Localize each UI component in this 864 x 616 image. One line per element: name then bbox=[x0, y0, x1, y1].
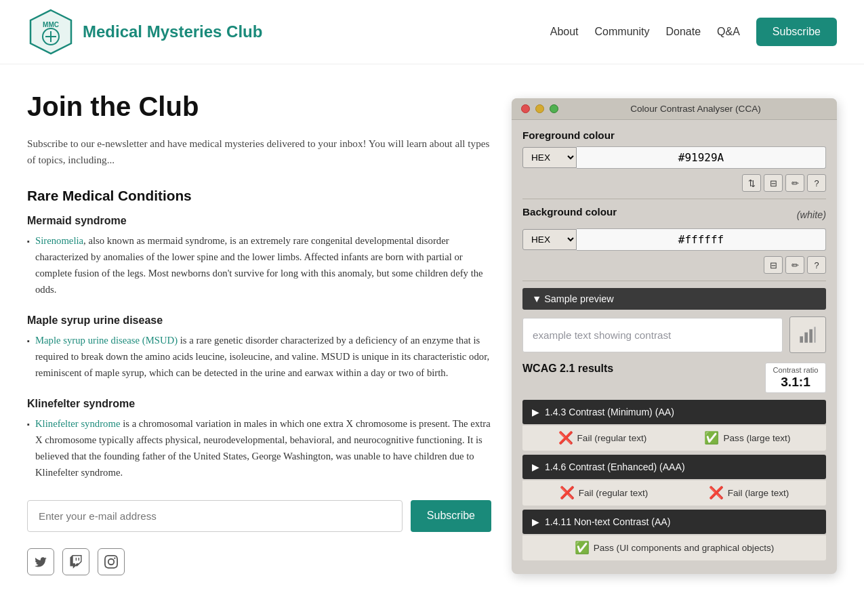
foreground-colour-row: HEX bbox=[522, 146, 826, 169]
logo-area: MMC Medical Mysteries Club bbox=[27, 8, 262, 56]
subscribe-form: Subscribe bbox=[27, 500, 491, 532]
minimize-button[interactable] bbox=[535, 104, 544, 113]
site-title: Medical Mysteries Club bbox=[83, 22, 262, 41]
background-hex-input[interactable] bbox=[577, 228, 826, 251]
link-klinefelter[interactable]: Klinefelter syndrome bbox=[35, 418, 120, 429]
cca-panel: Colour Contrast Analyser (CCA) Foregroun… bbox=[512, 98, 837, 574]
wcag-result-pass-large-1: ✅ Pass (large text) bbox=[704, 431, 790, 445]
preview-toggle[interactable]: ▼ Sample preview bbox=[522, 288, 826, 310]
condition-title-klinefelter: Klinefelter syndrome bbox=[27, 398, 491, 410]
wcag-result-text-pass-2: Pass (UI components and graphical object… bbox=[594, 543, 775, 553]
nav-community[interactable]: Community bbox=[595, 26, 650, 38]
play-icon-1: ▶ bbox=[532, 407, 539, 417]
play-icon-3: ▶ bbox=[532, 516, 539, 527]
fail-icon-3: ❌ bbox=[709, 486, 724, 500]
wcag-result-fail-regular-1: ❌ Fail (regular text) bbox=[558, 431, 647, 445]
play-icon-2: ▶ bbox=[532, 461, 539, 472]
background-label-row: Background colour (white) bbox=[522, 206, 826, 223]
help-bg-icon[interactable]: ? bbox=[807, 256, 826, 274]
section-divider-2 bbox=[522, 281, 826, 281]
condition-klinefelter: Klinefelter syndrome ▪ Klinefelter syndr… bbox=[27, 398, 491, 481]
condition-msud: Maple syrup urine disease ▪ Maple syrup … bbox=[27, 314, 491, 382]
wcag-row-label-2: 1.4.6 Contrast (Enhanced) (AAA) bbox=[545, 461, 685, 472]
eyedropper-bg-icon[interactable]: ✏ bbox=[785, 256, 804, 274]
contrast-ratio-value: 3.1:1 bbox=[773, 375, 819, 390]
foreground-tools: ⇅ ⊟ ✏ ? bbox=[522, 174, 826, 192]
header: MMC Medical Mysteries Club About Communi… bbox=[0, 0, 864, 64]
wcag-row-1-4-3[interactable]: ▶ 1.4.3 Contrast (Minimum) (AA) bbox=[522, 400, 826, 424]
help-fg-icon[interactable]: ? bbox=[807, 174, 826, 192]
condition-bullet-mermaid: ▪ Sirenomelia, also known as mermaid syn… bbox=[27, 232, 491, 298]
pass-icon-1: ✅ bbox=[704, 431, 719, 445]
wcag-result-row-2: ❌ Fail (regular text) ❌ Fail (large text… bbox=[522, 480, 826, 506]
sliders-bg-icon[interactable]: ⊟ bbox=[764, 256, 783, 274]
cca-title: Colour Contrast Analyser (CCA) bbox=[564, 104, 827, 114]
intro-text: Subscribe to our e-newsletter and have m… bbox=[27, 136, 491, 169]
close-button[interactable] bbox=[521, 104, 530, 113]
bullet-icon-3: ▪ bbox=[27, 418, 30, 430]
fail-icon-2: ❌ bbox=[560, 486, 575, 500]
wcag-result-text-fail-1: Fail (regular text) bbox=[577, 433, 647, 443]
twitch-icon[interactable] bbox=[62, 548, 89, 575]
nav: About Community Donate Q&A Subscribe bbox=[550, 18, 837, 46]
foreground-label: Foreground colour bbox=[522, 129, 826, 141]
wcag-result-fail-regular-2: ❌ Fail (regular text) bbox=[560, 486, 649, 500]
background-note: (white) bbox=[797, 209, 826, 220]
foreground-hex-input[interactable] bbox=[577, 146, 826, 169]
twitter-icon[interactable] bbox=[27, 548, 54, 575]
bullet-icon-2: ▪ bbox=[27, 335, 30, 347]
wcag-result-text-fail-3: Fail (large text) bbox=[728, 488, 789, 498]
condition-text-klinefelter: Klinefelter syndrome is a chromosomal va… bbox=[35, 415, 491, 481]
condition-title-msud: Maple syrup urine disease bbox=[27, 314, 491, 327]
wcag-result-pass-ui: ✅ Pass (UI components and graphical obje… bbox=[575, 541, 775, 555]
section-heading: Rare Medical Conditions bbox=[27, 188, 491, 204]
svg-rect-8 bbox=[814, 327, 815, 342]
nav-about[interactable]: About bbox=[550, 26, 579, 38]
background-tools: ⊟ ✏ ? bbox=[522, 256, 826, 274]
preview-text-box: example text showing contrast bbox=[522, 318, 783, 352]
form-subscribe-button[interactable]: Subscribe bbox=[411, 500, 491, 532]
wcag-result-fail-large-2: ❌ Fail (large text) bbox=[709, 486, 789, 500]
background-colour-row: HEX bbox=[522, 228, 826, 251]
logo-icon: MMC bbox=[27, 8, 75, 56]
sliders-icon[interactable]: ⊟ bbox=[764, 174, 783, 192]
foreground-format-select[interactable]: HEX bbox=[522, 147, 577, 168]
link-sirenomelia[interactable]: Sirenomelia bbox=[35, 235, 83, 246]
condition-bullet-msud: ▪ Maple syrup urine disease (MSUD) is a … bbox=[27, 332, 491, 382]
section-divider-1 bbox=[522, 199, 826, 199]
eyedropper-fg-icon[interactable]: ✏ bbox=[785, 174, 804, 192]
cca-body: Foreground colour HEX ⇅ ⊟ ✏ ? Background… bbox=[512, 120, 837, 574]
condition-bullet-klinefelter: ▪ Klinefelter syndrome is a chromosomal … bbox=[27, 415, 491, 481]
instagram-icon[interactable] bbox=[98, 548, 125, 575]
maximize-button[interactable] bbox=[550, 104, 558, 113]
page-title: Join the Club bbox=[27, 91, 491, 122]
background-label: Background colour bbox=[522, 206, 617, 218]
link-msud[interactable]: Maple syrup urine disease (MSUD) bbox=[35, 335, 178, 346]
cca-titlebar: Colour Contrast Analyser (CCA) bbox=[512, 98, 837, 120]
wcag-result-text-pass-1: Pass (large text) bbox=[723, 433, 790, 443]
nav-qanda[interactable]: Q&A bbox=[717, 26, 740, 38]
social-icons bbox=[27, 548, 491, 575]
wcag-title: WCAG 2.1 results bbox=[522, 363, 613, 375]
background-format-select[interactable]: HEX bbox=[522, 229, 577, 250]
contrast-ratio-box: Contrast ratio 3.1:1 bbox=[765, 363, 826, 393]
left-content: Join the Club Subscribe to our e-newslet… bbox=[27, 91, 491, 575]
fail-icon-1: ❌ bbox=[558, 431, 573, 445]
wcag-row-1-4-11[interactable]: ▶ 1.4.11 Non-text Contrast (AA) bbox=[522, 510, 826, 534]
wcag-result-row-3: ✅ Pass (UI components and graphical obje… bbox=[522, 535, 826, 560]
svg-rect-7 bbox=[809, 329, 812, 343]
chart-icon[interactable] bbox=[789, 316, 826, 353]
condition-mermaid: Mermaid syndrome ▪ Sirenomelia, also kno… bbox=[27, 215, 491, 298]
wcag-result-row-1: ❌ Fail (regular text) ✅ Pass (large text… bbox=[522, 426, 826, 451]
nav-donate[interactable]: Donate bbox=[665, 26, 701, 38]
bullet-icon: ▪ bbox=[27, 235, 30, 247]
swap-icon[interactable]: ⇅ bbox=[742, 174, 761, 192]
svg-text:MMC: MMC bbox=[43, 21, 59, 28]
preview-area: example text showing contrast bbox=[522, 316, 826, 353]
email-input[interactable] bbox=[27, 500, 403, 532]
condition-text-msud: Maple syrup urine disease (MSUD) is a ra… bbox=[35, 332, 491, 382]
svg-rect-6 bbox=[804, 333, 808, 343]
header-subscribe-button[interactable]: Subscribe bbox=[756, 18, 837, 46]
wcag-row-1-4-6[interactable]: ▶ 1.4.6 Contrast (Enhanced) (AAA) bbox=[522, 455, 826, 479]
svg-rect-5 bbox=[800, 336, 803, 342]
